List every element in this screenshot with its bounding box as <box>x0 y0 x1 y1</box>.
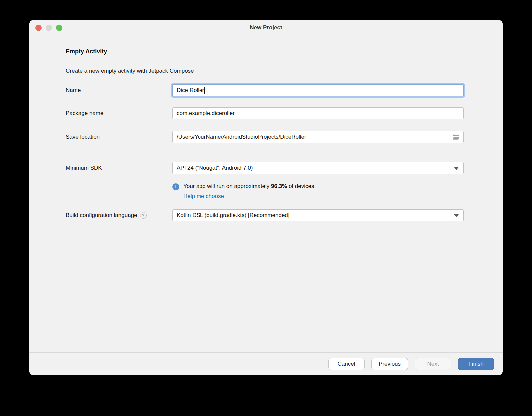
new-project-dialog: New Project Empty Activity Create a new … <box>29 20 503 375</box>
sdk-info-text: Your app will run on approximately 96.3%… <box>183 183 316 190</box>
build-config-label: Build configuration language <box>66 212 137 219</box>
build-config-row: Build configuration language ? Kotlin DS… <box>66 209 464 221</box>
sdk-info-block: i Your app will run on approximately 96.… <box>66 183 464 200</box>
minimum-sdk-dropdown[interactable]: API 24 ("Nougat"; Android 7.0) <box>172 162 464 174</box>
save-location-label: Save location <box>66 134 172 140</box>
dialog-footer: Cancel Previous Next Finish <box>29 352 503 375</box>
info-icon: i <box>172 183 179 190</box>
dialog-content: Empty Activity Create a new empty activi… <box>29 48 503 221</box>
save-location-row: Save location /Users/YourName/AndroidStu… <box>66 131 464 143</box>
minimum-sdk-selected-value: API 24 ("Nougat"; Android 7.0) <box>177 165 253 171</box>
folder-icon[interactable] <box>452 134 460 140</box>
cancel-button[interactable]: Cancel <box>328 358 365 370</box>
zoom-window-button[interactable] <box>56 25 62 31</box>
text-caret <box>204 87 205 94</box>
new-project-form: Name Dice Roller Package name com.exampl… <box>66 84 464 221</box>
question-mark-icon[interactable]: ? <box>140 212 147 219</box>
minimum-sdk-row: Minimum SDK API 24 ("Nougat"; Android 7.… <box>66 162 464 174</box>
build-config-dropdown[interactable]: Kotlin DSL (build.gradle.kts) [Recommend… <box>172 209 464 221</box>
traffic-lights <box>35 20 62 35</box>
build-config-selected-value: Kotlin DSL (build.gradle.kts) [Recommend… <box>177 212 290 219</box>
name-label: Name <box>66 87 172 94</box>
chevron-down-icon <box>454 167 459 170</box>
next-button: Next <box>415 358 451 370</box>
name-row: Name Dice Roller <box>66 84 464 96</box>
titlebar: New Project <box>29 20 503 35</box>
package-name-label: Package name <box>66 110 172 117</box>
package-name-row: Package name com.example.diceroller <box>66 107 464 119</box>
device-percentage: 96.3% <box>271 183 287 189</box>
previous-button[interactable]: Previous <box>371 358 408 370</box>
chevron-down-icon <box>454 214 459 217</box>
window-title: New Project <box>250 24 282 31</box>
name-input-value: Dice Roller <box>177 87 204 94</box>
help-me-choose-link[interactable]: Help me choose <box>183 193 224 200</box>
minimum-sdk-label: Minimum SDK <box>66 165 172 171</box>
save-location-input-value: /Users/YourName/AndroidStudioProjects/Di… <box>177 134 306 140</box>
save-location-input[interactable]: /Users/YourName/AndroidStudioProjects/Di… <box>172 131 464 143</box>
close-window-button[interactable] <box>35 25 42 31</box>
package-name-input-value: com.example.diceroller <box>177 110 235 117</box>
page-subtitle: Create a new empty activity with Jetpack… <box>66 68 464 74</box>
minimize-window-button[interactable] <box>46 25 52 31</box>
page-title: Empty Activity <box>66 48 464 55</box>
finish-button[interactable]: Finish <box>458 358 494 370</box>
name-input[interactable]: Dice Roller <box>172 84 464 96</box>
package-name-input[interactable]: com.example.diceroller <box>172 107 464 119</box>
